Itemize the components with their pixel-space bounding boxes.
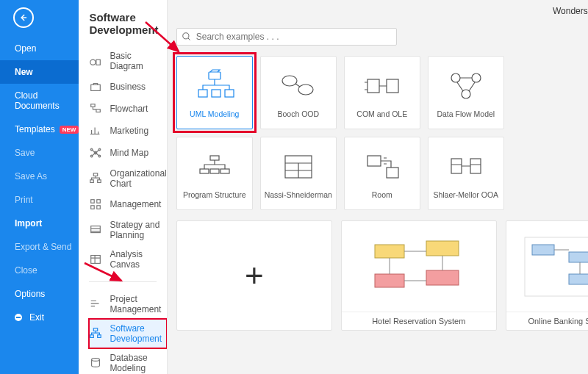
category-item-marketing[interactable]: Marketing bbox=[89, 120, 166, 142]
sidebar-item-templates[interactable]: TemplatesNEW bbox=[0, 118, 79, 141]
sidebar-item-open[interactable]: Open bbox=[0, 37, 79, 60]
template-tile-room[interactable]: Room bbox=[344, 137, 420, 210]
exit-icon bbox=[15, 314, 22, 321]
template-tile-uml-modeling[interactable]: UML Modeling bbox=[176, 56, 253, 129]
sidebar-item-import[interactable]: Import bbox=[0, 212, 79, 235]
svg-point-32 bbox=[282, 76, 297, 86]
category-item-flowchart[interactable]: Flowchart bbox=[89, 98, 166, 120]
search-input[interactable] bbox=[196, 32, 392, 42]
sidebar-item-options[interactable]: Options bbox=[0, 282, 79, 306]
category-item-business[interactable]: Business bbox=[89, 76, 166, 98]
example-card-label: Hotel Reservation System bbox=[342, 312, 496, 330]
svg-rect-3 bbox=[91, 104, 95, 107]
category-title: Software Development bbox=[79, 0, 166, 46]
category-item-label: Analysis Canvas bbox=[110, 249, 166, 270]
sidebar-item-label: Open bbox=[15, 43, 36, 54]
template-tile-shlaer-mellor-ooa[interactable]: Shlaer-Mellor OOA bbox=[428, 137, 504, 210]
template-tile-label: COM and OLE bbox=[356, 110, 407, 119]
shapes-icon bbox=[89, 54, 102, 68]
template-tile-label: Room bbox=[372, 191, 392, 200]
category-item-label: Project Management bbox=[110, 294, 166, 314]
svg-rect-29 bbox=[198, 90, 207, 97]
category-item-label: Mind Map bbox=[110, 148, 148, 158]
category-item-software-development[interactable]: Software Development bbox=[89, 319, 166, 348]
svg-rect-4 bbox=[96, 109, 100, 112]
template-tile-label: Data Flow Model bbox=[437, 110, 495, 119]
grid-icon bbox=[89, 198, 102, 211]
svg-rect-30 bbox=[212, 90, 220, 97]
sidebar-item-exit[interactable]: Exit bbox=[0, 306, 79, 329]
uml-thumb-icon bbox=[193, 66, 237, 106]
example-thumb-icon bbox=[506, 221, 588, 312]
category-item-analysis-canvas[interactable]: Analysis Canvas bbox=[89, 245, 166, 274]
template-tile-nassi-shneiderman[interactable]: Nassi-Shneiderman bbox=[260, 137, 337, 210]
room-thumb-icon bbox=[360, 147, 404, 187]
category-item-project-management[interactable]: Project Management bbox=[89, 290, 166, 319]
svg-rect-12 bbox=[98, 180, 101, 183]
example-card-hotel-reservation-system[interactable]: Hotel Reservation System bbox=[341, 220, 497, 331]
category-item-label: Basic Diagram bbox=[110, 51, 166, 71]
template-tile-program-structure[interactable]: Program Structure bbox=[176, 137, 253, 210]
svg-rect-44 bbox=[368, 156, 381, 166]
svg-rect-15 bbox=[91, 206, 95, 209]
category-column: Software Development Basic DiagramBusine… bbox=[79, 0, 167, 374]
sidebar-item-label: Options bbox=[15, 289, 45, 299]
svg-rect-41 bbox=[210, 169, 219, 173]
template-tile-label: Booch OOD bbox=[277, 110, 319, 119]
svg-rect-48 bbox=[375, 245, 404, 258]
mindmap-icon bbox=[89, 146, 102, 159]
sidebar-item-new[interactable]: New bbox=[0, 60, 79, 84]
category-item-database-modeling[interactable]: Database Modeling bbox=[89, 348, 166, 374]
brand-label: Wondershare EdrawMax bbox=[553, 6, 588, 16]
category-item-mind-map[interactable]: Mind Map bbox=[89, 142, 166, 164]
target-icon bbox=[89, 223, 102, 237]
example-card-label: Online Banking Sms Customer bbox=[506, 312, 588, 330]
svg-point-37 bbox=[472, 73, 481, 82]
sidebar-item-close[interactable]: Close bbox=[0, 259, 79, 282]
sidebar-item-save-as[interactable]: Save As bbox=[0, 165, 79, 188]
flowchart-icon bbox=[89, 102, 102, 115]
svg-rect-46 bbox=[451, 159, 462, 173]
sidebar-item-label: Import bbox=[15, 218, 42, 229]
svg-rect-10 bbox=[94, 173, 98, 176]
svg-rect-11 bbox=[90, 180, 94, 183]
category-item-label: Strategy and Planning bbox=[110, 220, 166, 240]
category-item-organizational-chart[interactable]: Organizational Chart bbox=[89, 164, 166, 193]
svg-point-36 bbox=[451, 73, 460, 82]
svg-rect-35 bbox=[387, 79, 398, 93]
svg-rect-39 bbox=[210, 156, 219, 160]
back-button[interactable] bbox=[13, 7, 34, 28]
svg-rect-49 bbox=[426, 241, 459, 256]
category-item-label: Flowchart bbox=[110, 104, 148, 114]
sidebar-item-label: Save bbox=[15, 148, 35, 158]
category-item-label: Management bbox=[110, 199, 161, 209]
svg-rect-20 bbox=[90, 335, 94, 338]
category-item-basic-diagram[interactable]: Basic Diagram bbox=[89, 46, 166, 76]
svg-point-22 bbox=[92, 359, 100, 362]
example-card-online-banking-sms-customer[interactable]: Online Banking Sms Customer bbox=[506, 220, 588, 331]
back-arrow-icon bbox=[18, 12, 29, 23]
svg-rect-14 bbox=[97, 200, 101, 204]
template-tile-data-flow-model[interactable]: Data Flow Model bbox=[428, 56, 504, 129]
sidebar-item-cloud-documents[interactable]: Cloud Documents bbox=[0, 84, 79, 118]
canvas-icon bbox=[89, 253, 102, 266]
svg-point-0 bbox=[90, 60, 96, 65]
template-tile-label: Nassi-Shneiderman bbox=[265, 191, 332, 200]
category-item-strategy-and-planning[interactable]: Strategy and Planning bbox=[89, 215, 166, 245]
category-separator bbox=[89, 281, 156, 282]
nassi-thumb-icon bbox=[276, 147, 320, 187]
svg-rect-51 bbox=[426, 270, 459, 285]
template-tile-com-and-ole[interactable]: COM and OLE bbox=[344, 56, 420, 129]
sidebar-item-print[interactable]: Print bbox=[0, 188, 79, 212]
new-blank-template[interactable]: + bbox=[176, 220, 332, 331]
category-item-management[interactable]: Management bbox=[89, 193, 166, 215]
svg-rect-31 bbox=[225, 90, 234, 97]
template-tile-booch-ood[interactable]: Booch OOD bbox=[260, 56, 337, 129]
sidebar-item-label: Print bbox=[15, 195, 33, 205]
sidebar-item-export-send[interactable]: Export & Send bbox=[0, 235, 79, 259]
svg-rect-1 bbox=[96, 60, 100, 65]
svg-rect-13 bbox=[91, 200, 95, 204]
sidebar-item-save[interactable]: Save bbox=[0, 141, 79, 165]
search-box[interactable] bbox=[176, 28, 397, 46]
category-item-label: Database Modeling bbox=[110, 353, 166, 373]
